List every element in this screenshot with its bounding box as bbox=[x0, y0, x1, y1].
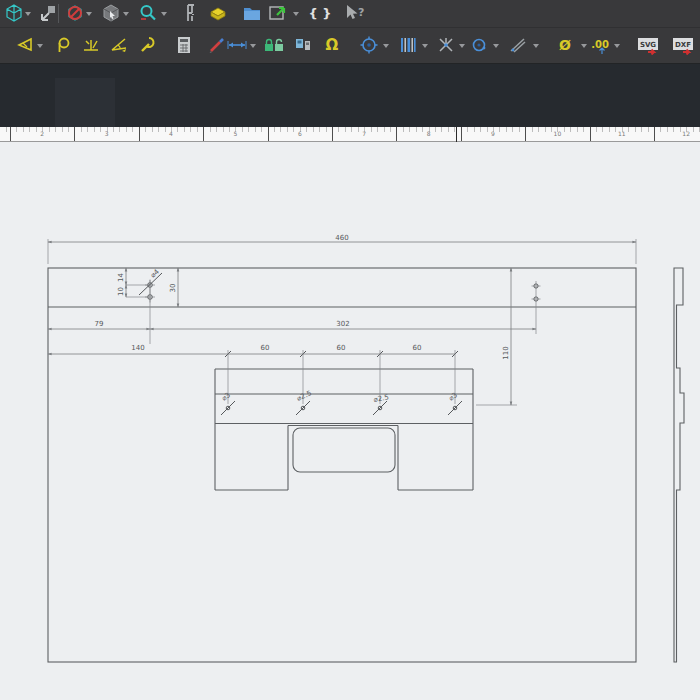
callout-hole: ⌀3 bbox=[220, 391, 232, 403]
dim-hole-top: 14 bbox=[117, 273, 125, 282]
dim-plate-offset: 140 bbox=[131, 344, 144, 352]
dim-left-offset: 79 bbox=[95, 320, 104, 328]
dim-bar-height: 30 bbox=[169, 284, 177, 293]
dimensions: 460 79 302 140 60 60 60 110 30 14 bbox=[48, 234, 636, 416]
callout-top-hole: ⌀4 bbox=[149, 267, 161, 279]
dim-hole-span: 302 bbox=[336, 320, 349, 328]
dim-hole-pitch: 60 bbox=[337, 344, 346, 352]
callout-hole: ⌀2.5 bbox=[296, 389, 313, 403]
dim-height: 110 bbox=[502, 346, 510, 359]
dim-hole-gap: 10 bbox=[117, 287, 125, 296]
technical-drawing[interactable]: 460 79 302 140 60 60 60 110 30 14 bbox=[0, 0, 700, 700]
dim-total-width: 460 bbox=[335, 234, 348, 242]
callout-hole: ⌀3 bbox=[447, 391, 459, 403]
callout-hole: ⌀2.5 bbox=[373, 393, 390, 404]
part-side-view bbox=[674, 268, 684, 662]
dim-hole-pitch: 60 bbox=[261, 344, 270, 352]
dim-hole-pitch: 60 bbox=[413, 344, 422, 352]
